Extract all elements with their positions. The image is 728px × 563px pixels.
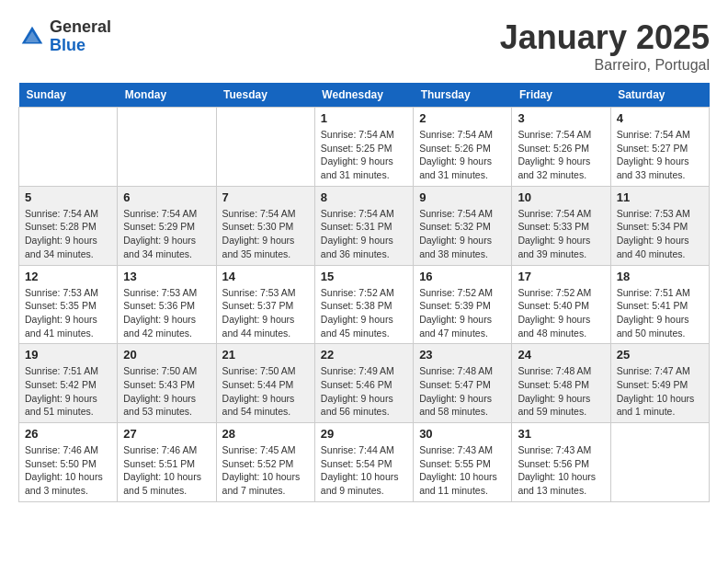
day-detail-30: Sunrise: 7:43 AM Sunset: 5:55 PM Dayligh… [419,443,506,498]
day-detail-29: Sunrise: 7:44 AM Sunset: 5:54 PM Dayligh… [321,443,407,498]
day-detail-5: Sunrise: 7:54 AM Sunset: 5:28 PM Dayligh… [25,207,111,261]
logo: General Blue [18,18,111,55]
day-number-20: 20 [123,348,210,362]
weekday-header-saturday: Saturday [610,83,709,108]
day-number-3: 3 [518,111,604,125]
calendar-cell-4-3: 29Sunrise: 7:44 AM Sunset: 5:54 PM Dayli… [314,423,413,502]
day-number-26: 26 [25,427,111,441]
calendar-week-2: 5Sunrise: 7:54 AM Sunset: 5:28 PM Daylig… [19,186,710,265]
day-detail-10: Sunrise: 7:54 AM Sunset: 5:33 PM Dayligh… [518,207,604,261]
day-number-16: 16 [419,270,506,283]
day-number-6: 6 [123,190,210,204]
day-detail-14: Sunrise: 7:53 AM Sunset: 5:37 PM Dayligh… [222,286,309,340]
day-detail-25: Sunrise: 7:47 AM Sunset: 5:49 PM Dayligh… [617,364,703,419]
calendar-cell-4-6 [610,423,709,502]
calendar-cell-4-2: 28Sunrise: 7:45 AM Sunset: 5:52 PM Dayli… [216,423,314,502]
day-number-13: 13 [123,270,210,283]
weekday-header-thursday: Thursday [414,83,512,108]
calendar-cell-4-5: 31Sunrise: 7:43 AM Sunset: 5:56 PM Dayli… [512,423,610,502]
day-detail-6: Sunrise: 7:54 AM Sunset: 5:29 PM Dayligh… [123,207,210,261]
day-number-28: 28 [222,427,309,441]
calendar-cell-0-2 [216,108,314,187]
calendar-cell-0-0 [19,108,118,187]
location-text: Barreiro, Portugal [500,57,710,74]
day-detail-19: Sunrise: 7:51 AM Sunset: 5:42 PM Dayligh… [25,364,111,419]
calendar-table: SundayMondayTuesdayWednesdayThursdayFrid… [18,83,710,502]
day-number-8: 8 [321,190,407,204]
day-number-7: 7 [222,190,309,204]
day-number-1: 1 [321,111,407,125]
calendar-cell-0-5: 3Sunrise: 7:54 AM Sunset: 5:26 PM Daylig… [512,108,610,187]
day-detail-23: Sunrise: 7:48 AM Sunset: 5:47 PM Dayligh… [419,364,506,419]
day-number-14: 14 [222,270,309,283]
day-number-30: 30 [419,427,506,441]
day-detail-1: Sunrise: 7:54 AM Sunset: 5:25 PM Dayligh… [321,128,407,182]
day-detail-20: Sunrise: 7:50 AM Sunset: 5:43 PM Dayligh… [123,364,210,419]
day-number-15: 15 [321,270,407,283]
day-number-24: 24 [518,348,604,362]
weekday-header-sunday: Sunday [19,83,118,108]
calendar-cell-0-6: 4Sunrise: 7:54 AM Sunset: 5:27 PM Daylig… [610,108,709,187]
calendar-cell-0-4: 2Sunrise: 7:54 AM Sunset: 5:26 PM Daylig… [414,108,512,187]
day-number-23: 23 [419,348,506,362]
day-number-11: 11 [617,190,703,204]
day-detail-3: Sunrise: 7:54 AM Sunset: 5:26 PM Dayligh… [518,128,604,182]
day-detail-21: Sunrise: 7:50 AM Sunset: 5:44 PM Dayligh… [222,364,309,419]
calendar-cell-2-6: 18Sunrise: 7:51 AM Sunset: 5:41 PM Dayli… [610,265,709,344]
calendar-cell-0-1 [118,108,216,187]
day-detail-26: Sunrise: 7:46 AM Sunset: 5:50 PM Dayligh… [25,443,111,498]
calendar-cell-2-4: 16Sunrise: 7:52 AM Sunset: 5:39 PM Dayli… [414,265,512,344]
day-number-21: 21 [222,348,309,362]
logo-general-text: General [50,18,111,37]
calendar-cell-3-2: 21Sunrise: 7:50 AM Sunset: 5:44 PM Dayli… [216,344,314,423]
day-detail-27: Sunrise: 7:46 AM Sunset: 5:51 PM Dayligh… [123,443,210,498]
day-detail-13: Sunrise: 7:53 AM Sunset: 5:36 PM Dayligh… [123,286,210,340]
day-number-10: 10 [518,190,604,204]
day-detail-11: Sunrise: 7:53 AM Sunset: 5:34 PM Dayligh… [617,207,703,261]
weekday-header-wednesday: Wednesday [314,83,413,108]
title-block: January 2025 Barreiro, Portugal [500,18,710,74]
logo-blue-text: Blue [50,37,111,55]
weekday-header-tuesday: Tuesday [216,83,314,108]
calendar-week-1: 1Sunrise: 7:54 AM Sunset: 5:25 PM Daylig… [19,108,710,187]
day-number-19: 19 [25,348,111,362]
day-detail-16: Sunrise: 7:52 AM Sunset: 5:39 PM Dayligh… [419,286,506,340]
day-number-31: 31 [518,427,604,441]
weekday-header-monday: Monday [118,83,216,108]
day-detail-12: Sunrise: 7:53 AM Sunset: 5:35 PM Dayligh… [25,286,111,340]
day-number-5: 5 [25,190,111,204]
day-number-18: 18 [617,270,703,283]
calendar-week-5: 26Sunrise: 7:46 AM Sunset: 5:50 PM Dayli… [19,423,710,502]
day-detail-28: Sunrise: 7:45 AM Sunset: 5:52 PM Dayligh… [222,443,309,498]
calendar-cell-4-4: 30Sunrise: 7:43 AM Sunset: 5:55 PM Dayli… [414,423,512,502]
calendar-cell-3-3: 22Sunrise: 7:49 AM Sunset: 5:46 PM Dayli… [314,344,413,423]
calendar-cell-3-6: 25Sunrise: 7:47 AM Sunset: 5:49 PM Dayli… [610,344,709,423]
day-detail-22: Sunrise: 7:49 AM Sunset: 5:46 PM Dayligh… [321,364,407,419]
day-detail-9: Sunrise: 7:54 AM Sunset: 5:32 PM Dayligh… [419,207,506,261]
calendar-cell-1-3: 8Sunrise: 7:54 AM Sunset: 5:31 PM Daylig… [314,186,413,265]
calendar-cell-2-5: 17Sunrise: 7:52 AM Sunset: 5:40 PM Dayli… [512,265,610,344]
calendar-week-3: 12Sunrise: 7:53 AM Sunset: 5:35 PM Dayli… [19,265,710,344]
day-number-25: 25 [617,348,703,362]
weekday-header-friday: Friday [512,83,610,108]
calendar-cell-2-3: 15Sunrise: 7:52 AM Sunset: 5:38 PM Dayli… [314,265,413,344]
day-detail-7: Sunrise: 7:54 AM Sunset: 5:30 PM Dayligh… [222,207,309,261]
day-number-17: 17 [518,270,604,283]
day-number-2: 2 [419,111,506,125]
day-number-12: 12 [25,270,111,283]
page-header: General Blue January 2025 Barreiro, Port… [18,18,710,74]
day-detail-15: Sunrise: 7:52 AM Sunset: 5:38 PM Dayligh… [321,286,407,340]
calendar-cell-1-6: 11Sunrise: 7:53 AM Sunset: 5:34 PM Dayli… [610,186,709,265]
calendar-cell-1-2: 7Sunrise: 7:54 AM Sunset: 5:30 PM Daylig… [216,186,314,265]
calendar-cell-1-5: 10Sunrise: 7:54 AM Sunset: 5:33 PM Dayli… [512,186,610,265]
calendar-cell-4-1: 27Sunrise: 7:46 AM Sunset: 5:51 PM Dayli… [118,423,216,502]
logo-icon [18,23,46,51]
logo-text: General Blue [50,18,111,55]
day-detail-2: Sunrise: 7:54 AM Sunset: 5:26 PM Dayligh… [419,128,506,182]
day-number-27: 27 [123,427,210,441]
day-detail-8: Sunrise: 7:54 AM Sunset: 5:31 PM Dayligh… [321,207,407,261]
calendar-cell-2-1: 13Sunrise: 7:53 AM Sunset: 5:36 PM Dayli… [118,265,216,344]
calendar-cell-1-1: 6Sunrise: 7:54 AM Sunset: 5:29 PM Daylig… [118,186,216,265]
day-detail-4: Sunrise: 7:54 AM Sunset: 5:27 PM Dayligh… [617,128,703,182]
calendar-cell-1-4: 9Sunrise: 7:54 AM Sunset: 5:32 PM Daylig… [414,186,512,265]
